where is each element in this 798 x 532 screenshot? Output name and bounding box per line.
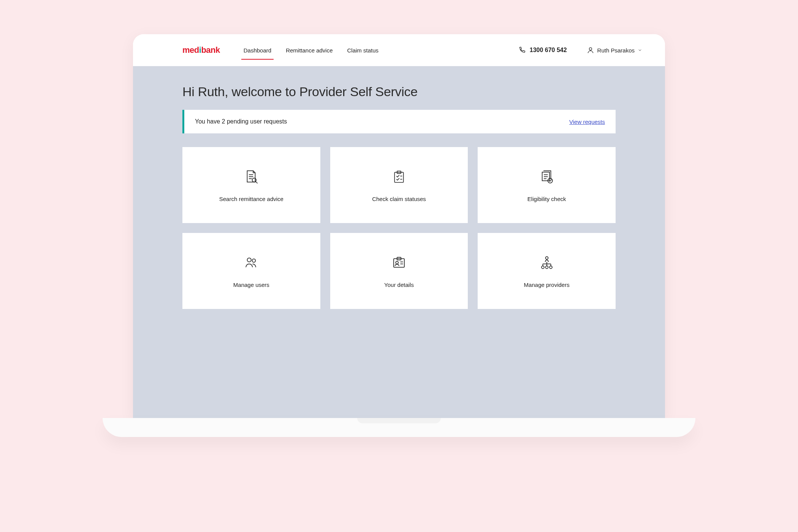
hierarchy-icon <box>538 254 555 271</box>
svg-point-29 <box>549 266 552 268</box>
view-requests-link[interactable]: View requests <box>569 119 605 125</box>
checklist-icon <box>391 168 407 185</box>
primary-nav: Dashboard Remittance advice Claim status <box>243 43 379 58</box>
card-label: Check claim statuses <box>372 196 426 202</box>
document-check-icon <box>538 168 555 185</box>
alert-message: You have 2 pending user requests <box>195 118 287 125</box>
chevron-down-icon <box>638 48 642 52</box>
phone[interactable]: 1300 670 542 <box>518 46 567 54</box>
svg-point-27 <box>542 266 544 268</box>
card-label: Manage users <box>233 282 269 288</box>
users-icon <box>243 254 260 271</box>
user-icon <box>587 46 594 54</box>
svg-point-14 <box>247 258 252 262</box>
user-name: Ruth Psarakos <box>597 47 635 54</box>
header-right: 1300 670 542 Ruth Psarakos <box>518 46 642 54</box>
svg-point-18 <box>396 261 398 264</box>
svg-point-28 <box>545 266 548 268</box>
logo[interactable]: medibank <box>182 45 220 55</box>
card-check-claim[interactable]: Check claim statuses <box>330 147 468 223</box>
main-panel: Hi Ruth, welcome to Provider Self Servic… <box>133 66 665 418</box>
svg-point-0 <box>589 48 592 50</box>
user-menu[interactable]: Ruth Psarakos <box>587 46 642 54</box>
nav-dashboard[interactable]: Dashboard <box>243 43 272 58</box>
card-manage-providers[interactable]: Manage providers <box>478 233 616 309</box>
card-your-details[interactable]: Your details <box>330 233 468 309</box>
laptop-base <box>103 418 695 437</box>
logo-prefix: med <box>182 45 199 55</box>
pending-requests-alert: You have 2 pending user requests View re… <box>182 110 616 133</box>
card-search-remittance[interactable]: Search remittance advice <box>182 147 320 223</box>
document-search-icon <box>243 168 260 185</box>
logo-suffix: bank <box>201 45 220 55</box>
page-title: Hi Ruth, welcome to Provider Self Servic… <box>182 84 616 99</box>
card-label: Your details <box>384 282 414 288</box>
phone-number: 1300 670 542 <box>530 47 567 54</box>
screen: medibank Dashboard Remittance advice Cla… <box>133 34 665 418</box>
id-card-icon <box>391 254 407 271</box>
card-label: Search remittance advice <box>219 196 283 202</box>
svg-line-5 <box>256 181 258 183</box>
svg-point-15 <box>252 259 256 262</box>
svg-point-21 <box>545 256 548 259</box>
nav-claim-status[interactable]: Claim status <box>347 43 380 58</box>
card-label: Manage providers <box>524 282 570 288</box>
phone-icon <box>518 46 526 54</box>
card-label: Eligibility check <box>527 196 566 202</box>
card-manage-users[interactable]: Manage users <box>182 233 320 309</box>
dashboard-grid: Search remittance advice Check claim sta… <box>182 147 616 309</box>
laptop-mockup: medibank Dashboard Remittance advice Cla… <box>125 34 673 437</box>
top-header: medibank Dashboard Remittance advice Cla… <box>133 34 665 66</box>
nav-remittance-advice[interactable]: Remittance advice <box>285 43 333 58</box>
card-eligibility[interactable]: Eligibility check <box>478 147 616 223</box>
